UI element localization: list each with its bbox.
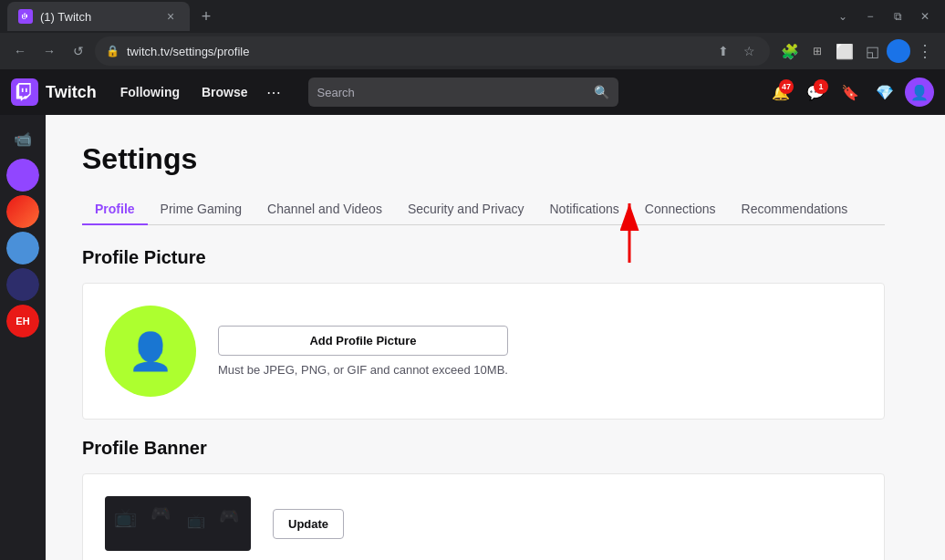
tab-recommendations[interactable]: Recommendations [729, 194, 861, 225]
refresh-button[interactable]: ↺ [66, 38, 91, 64]
following-nav-link[interactable]: Following [111, 79, 189, 105]
share-icon[interactable]: ⬆ [713, 41, 733, 61]
search-icon: 🔍 [594, 85, 609, 99]
tab-close-button[interactable]: × [162, 8, 179, 25]
browse-nav-link[interactable]: Browse [192, 79, 257, 105]
twitch-app: Twitch Following Browse ⋯ 🔍 🔔 47 💬 1 🔖 💎… [0, 69, 945, 560]
profile-pic-area: 👤 Add Profile Picture Must be JPEG, PNG,… [105, 306, 862, 397]
banner-actions: Update [273, 509, 344, 539]
nav-links: Following Browse ⋯ [111, 79, 286, 105]
chrome-profile-button[interactable] [887, 39, 910, 63]
more-nav-button[interactable]: ⋯ [261, 80, 286, 105]
back-button[interactable]: ← [7, 38, 33, 64]
svg-text:📺: 📺 [187, 512, 205, 529]
settings-tabs: Profile Prime Gaming Channel and Videos … [82, 194, 885, 225]
address-bar[interactable]: 🔒 twitch.tv/settings/profile ⬆ ☆ [95, 36, 770, 66]
tab-prime-gaming[interactable]: Prime Gaming [148, 194, 254, 225]
profile-picture-circle: 👤 [105, 306, 196, 397]
svg-text:🎮: 🎮 [151, 503, 171, 524]
extension-icons: 🧩 ⊞ ⬜ ◱ ⋮ [777, 38, 938, 64]
url-text: twitch.tv/settings/profile [127, 45, 706, 58]
split-icon[interactable]: ◱ [859, 38, 885, 64]
lock-icon: 🔒 [106, 45, 119, 57]
chrome-menu-button[interactable]: ⋮ [912, 38, 938, 64]
sidebar-item-5[interactable]: EH [6, 305, 39, 337]
profile-picture-hint: Must be JPEG, PNG, or GIF and cannot exc… [218, 363, 508, 377]
notifications-badge: 47 [779, 79, 794, 94]
ext1-icon[interactable]: ⊞ [805, 38, 830, 64]
twitch-header: Twitch Following Browse ⋯ 🔍 🔔 47 💬 1 🔖 💎… [0, 69, 945, 115]
tab-title: (1) Twitch [40, 10, 155, 24]
profile-picture-title: Profile Picture [82, 247, 885, 268]
profile-banner-title: Profile Banner [82, 438, 885, 459]
settings-title: Settings [82, 142, 885, 176]
sidebar-item-camera[interactable]: 📹 [6, 122, 39, 155]
settings-content: Settings Profile Prime Gaming Channel an… [46, 115, 945, 560]
sidebar-item-3[interactable] [6, 232, 39, 264]
active-tab[interactable]: (1) Twitch × [7, 2, 190, 31]
tab-connections[interactable]: Connections [632, 194, 729, 225]
sidebar-item-1[interactable] [6, 159, 39, 192]
svg-text:🎮: 🎮 [219, 506, 240, 526]
prime-button[interactable]: 💎 [870, 78, 899, 107]
profile-pic-actions: Add Profile Picture Must be JPEG, PNG, o… [218, 326, 508, 377]
sidebar-item-4[interactable] [6, 268, 39, 301]
profile-banner-card: 📺 🎮 📺 🎮 Update [82, 473, 885, 560]
settings-container: Settings Profile Prime Gaming Channel an… [46, 115, 921, 560]
puzzle-icon[interactable]: 🧩 [777, 38, 803, 64]
address-bar-row: ← → ↺ 🔒 twitch.tv/settings/profile ⬆ ☆ 🧩… [0, 33, 945, 69]
whispers-badge: 1 [814, 79, 828, 94]
banner-preview: 📺 🎮 📺 🎮 [105, 496, 251, 551]
new-tab-button[interactable]: + [193, 4, 219, 29]
tab-profile[interactable]: Profile [82, 194, 148, 225]
arrow-overlay: Profile Prime Gaming Channel and Videos … [82, 194, 885, 225]
notifications-bell-button[interactable]: 🔔 47 [766, 78, 795, 107]
chevron-down-button[interactable]: ⌄ [830, 4, 856, 29]
minimize-button[interactable]: − [857, 4, 883, 29]
forward-button[interactable]: → [36, 38, 62, 64]
banner-area: 📺 🎮 📺 🎮 Update [105, 496, 862, 551]
profile-picture-card: 👤 Add Profile Picture Must be JPEG, PNG,… [82, 283, 885, 420]
bookmark-icon[interactable]: ☆ [739, 41, 759, 61]
add-profile-picture-button[interactable]: Add Profile Picture [218, 326, 508, 356]
sidebar-avatar-label: EH [6, 305, 39, 337]
tab-bar: (1) Twitch × + ⌄ − ⧉ ✕ [0, 0, 945, 33]
address-actions: ⬆ ☆ [713, 41, 759, 61]
update-banner-button[interactable]: Update [273, 509, 344, 539]
twitch-logo-text: Twitch [46, 83, 97, 102]
maximize-button[interactable]: ⧉ [885, 4, 910, 29]
bookmarks-button[interactable]: 🔖 [836, 78, 865, 107]
user-silhouette-icon: 👤 [128, 330, 173, 373]
twitch-logo-icon [11, 78, 38, 106]
user-avatar-button[interactable]: 👤 [905, 78, 934, 107]
tab-notifications[interactable]: Notifications [537, 194, 632, 225]
camera-icon: 📹 [14, 130, 32, 148]
tab-security-privacy[interactable]: Security and Privacy [395, 194, 537, 225]
tab-channel-videos[interactable]: Channel and Videos [254, 194, 395, 225]
close-button[interactable]: ✕ [912, 4, 938, 29]
svg-text:📺: 📺 [114, 506, 137, 528]
header-actions: 🔔 47 💬 1 🔖 💎 👤 [766, 78, 934, 107]
twitch-logo[interactable]: Twitch [11, 78, 97, 106]
main-area: 📹 EH Settings [0, 115, 945, 560]
sidebar-item-2[interactable] [6, 195, 39, 228]
cast-icon[interactable]: ⬜ [832, 38, 857, 64]
search-input[interactable] [317, 86, 587, 99]
sidebar: 📹 EH [0, 115, 46, 560]
whispers-button[interactable]: 💬 1 [801, 78, 830, 107]
window-controls: ⌄ − ⧉ ✕ [830, 4, 938, 29]
tab-favicon [18, 9, 33, 24]
search-bar[interactable]: 🔍 [308, 78, 618, 107]
browser-chrome: (1) Twitch × + ⌄ − ⧉ ✕ ← → ↺ 🔒 twitch.tv… [0, 0, 945, 69]
